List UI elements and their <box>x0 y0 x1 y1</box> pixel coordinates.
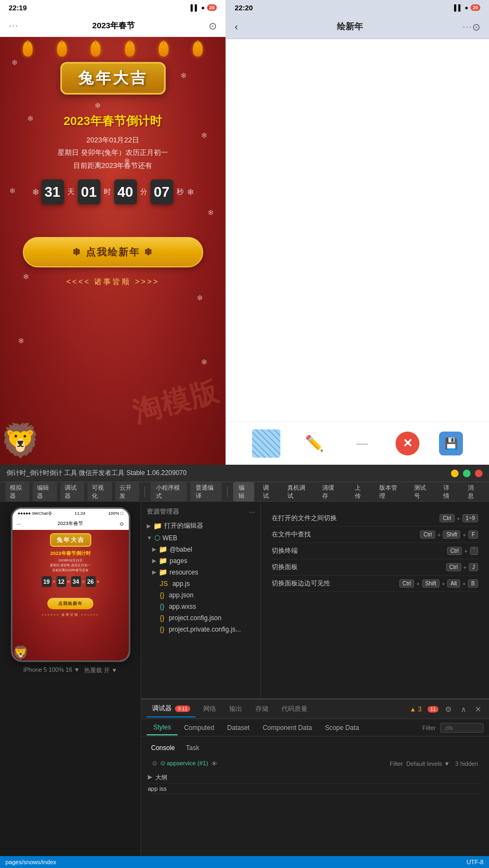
drawing-canvas[interactable] <box>226 39 489 421</box>
dbg-tab-quality[interactable]: 代码质量 <box>276 701 313 717</box>
sub-tab-scope-data[interactable]: Scope Data <box>318 721 366 735</box>
ide-title-bar: 倒计时_倒计时倒计 工具 微信开发者工具 Stable 1.06.2209070 <box>0 465 489 482</box>
timer-snowflake-right: ❄ <box>187 187 194 197</box>
lantern-6 <box>193 41 203 57</box>
countdown-timer-row: ❄ 31 天 01 时 40 分 07 秒 ❄ <box>32 179 194 204</box>
minimize-button[interactable] <box>451 470 459 477</box>
debugger-panel: 调试器 3·11 网络 输出 存储 代码质量 ▲ 3 11 ⚙ ∧ ✕ <box>141 698 489 856</box>
countdown-date: 2023年01月22日 星期日 癸卯年(兔年）农历正月初一 目前距离2023年春… <box>32 134 194 172</box>
sub-tab-styles[interactable]: Styles <box>147 720 178 735</box>
chevron-up-icon[interactable]: ∧ <box>459 704 468 715</box>
status-bar-right: UTF-8 <box>467 859 484 865</box>
ide-body: ●●●●● WeChat令 11:24 100% □ ··· 2023年春节 ⊙… <box>0 502 489 856</box>
close-debugger-icon[interactable]: ✕ <box>473 704 484 715</box>
compile-select[interactable]: 普通编译 <box>190 482 222 502</box>
right-status-bar: 22:20 ▌▌ ● 20 <box>226 0 489 15</box>
folder-icon-3: 📁 <box>159 557 167 565</box>
arrow-icon-3: ▶ <box>152 546 156 552</box>
dbg-tab-output[interactable]: 输出 <box>224 701 248 717</box>
close-window-button[interactable] <box>475 470 482 477</box>
json-icon-3: {} <box>160 625 165 633</box>
editor-btn[interactable]: 编辑器 <box>33 482 57 502</box>
file-tree-pages[interactable]: ▶ 📁 pages <box>141 555 260 566</box>
tab-debug[interactable]: 调试 <box>258 482 279 502</box>
timer-hours-label: 时 <box>104 187 111 197</box>
file-tree-appjs[interactable]: JS app.js <box>141 578 260 589</box>
hatch-pattern-tool[interactable] <box>252 429 280 458</box>
mini-draw-btn[interactable]: 点我绘新年 <box>47 598 93 609</box>
visibility-icon: 👁 <box>211 760 217 767</box>
app-ref-row: ⊙ ⊙ appservice (#1) 👁 Filter Default lev… <box>148 758 482 769</box>
visualizer-btn[interactable]: 可视化 <box>87 482 111 502</box>
tab-version[interactable]: 版本管理 <box>374 482 405 502</box>
file-tree-appwxss[interactable]: {} app.wxss <box>141 601 260 612</box>
tab-detail[interactable]: 详情 <box>438 482 459 502</box>
main-title: 兔年大吉 <box>78 68 148 89</box>
tab-real-device[interactable]: 真机调试 <box>282 482 314 502</box>
eraser-tool[interactable]: — <box>348 429 376 458</box>
debugger-content: Console Task ⊙ ⊙ appservice (#1) 👁 Filte… <box>141 736 489 856</box>
console-row-appiss: app iss <box>148 784 482 794</box>
right-status-icons: ▌▌ ● 20 <box>454 4 480 11</box>
shortcut-keys-4: Ctrl + J <box>446 563 478 571</box>
tab-test[interactable]: 测试号 <box>409 482 435 502</box>
mini-status-bar: ●●●●● WeChat令 11:24 100% □ <box>12 509 129 518</box>
dbg-tab-storage[interactable]: 存储 <box>250 701 274 717</box>
sub-tab-computed[interactable]: Computed <box>178 721 221 735</box>
style-filter-input[interactable] <box>440 723 484 733</box>
filter-btn[interactable]: Filter <box>390 760 403 767</box>
console-tab-console[interactable]: Console <box>148 743 178 753</box>
cloud-btn[interactable]: 云开发 <box>115 482 139 502</box>
shortcut-keys-5: Ctrl + Shift + Alt + B <box>399 579 478 588</box>
shortcut-keys-3: Ctrl + ` <box>447 547 478 555</box>
mini-timer-row: 19 天 12 时 34 分 26 秒 <box>42 576 99 587</box>
console-expand-icon: ▶ <box>148 773 152 780</box>
file-tree-projectprivate[interactable]: {} project.private.config.js... <box>141 623 260 635</box>
debugger-btn[interactable]: 调试器 <box>60 482 84 502</box>
file-tree-web[interactable]: ▼ ⬡ WEB <box>141 532 260 544</box>
ide-window: 倒计时_倒计时倒计 工具 微信开发者工具 Stable 1.06.2209070… <box>0 465 489 868</box>
countdown-main-title: 2023年春节倒计时 <box>32 113 194 129</box>
pencil-tool[interactable]: ✏️ <box>300 429 328 458</box>
save-button[interactable]: 💾 <box>439 432 463 455</box>
debugger-sub-tabs: Styles Computed Dataset Component Data S… <box>141 719 489 736</box>
save-icon: 💾 <box>444 437 458 450</box>
error-badge: 11 <box>428 706 438 713</box>
lion-decoration: 🦁 <box>0 410 65 465</box>
file-tree-appjson[interactable]: {} app.json <box>141 589 260 601</box>
draw-btn-area: ❄ 点我绘新年 ❄ <box>23 237 203 267</box>
mini-title-text: 兔年大吉 <box>57 536 85 544</box>
shortcut-find-in-file: 在文件中查找 Ctrl + Shift + F <box>272 527 478 543</box>
console-tab-task[interactable]: Task <box>183 743 203 753</box>
mode-select[interactable]: 小程序模式 <box>151 482 187 502</box>
mini-battery: 100% □ <box>108 511 123 516</box>
mini-lion-icon: 🦁 <box>12 645 29 660</box>
filter-label-text: Filter <box>423 725 436 731</box>
file-tree-open-editors[interactable]: ▶ 📁 打开的编辑器 <box>141 520 260 532</box>
tab-message[interactable]: 消息 <box>462 482 484 502</box>
tab-upload[interactable]: 上传 <box>349 482 371 502</box>
left-status-icons: ▌▌ ● 20 <box>191 4 217 11</box>
close-button[interactable]: ✕ <box>396 432 419 455</box>
dbg-tab-debugger[interactable]: 调试器 3·11 <box>147 701 196 717</box>
settings-icon[interactable]: ⚙ <box>443 704 454 715</box>
file-tree-resources[interactable]: ▶ 📁 resources <box>141 566 260 578</box>
sub-tab-component-data[interactable]: Component Data <box>256 721 318 735</box>
app-service-ref: ⊙ appservice (#1) <box>160 760 208 767</box>
debugger-main-tabs: 调试器 3·11 网络 输出 存储 代码质量 ▲ 3 11 ⚙ ∧ ✕ <box>141 700 489 719</box>
sub-tab-dataset[interactable]: Dataset <box>221 721 256 735</box>
tab-edit[interactable]: 编辑 <box>233 482 254 502</box>
file-tree-menu[interactable]: ··· <box>249 508 255 516</box>
maximize-button[interactable] <box>463 470 471 477</box>
default-levels-btn[interactable]: Default levels ▼ <box>406 760 450 767</box>
tab-clear[interactable]: 清缓存 <box>317 482 343 502</box>
right-nav-dots: ··· <box>462 21 472 33</box>
eraser-icon: — <box>356 436 368 451</box>
file-tree-header: 资源管理器 ··· <box>141 505 260 520</box>
simulator-btn[interactable]: 模拟器 <box>5 482 29 502</box>
file-tree-babel[interactable]: ▶ 📁 @babel <box>141 544 260 555</box>
js-icon: JS <box>160 579 168 588</box>
file-tree-projectconfig[interactable]: {} project.config.json <box>141 612 260 623</box>
dbg-tab-network[interactable]: 网络 <box>198 701 222 717</box>
draw-new-year-button[interactable]: ❄ 点我绘新年 ❄ <box>23 237 203 267</box>
